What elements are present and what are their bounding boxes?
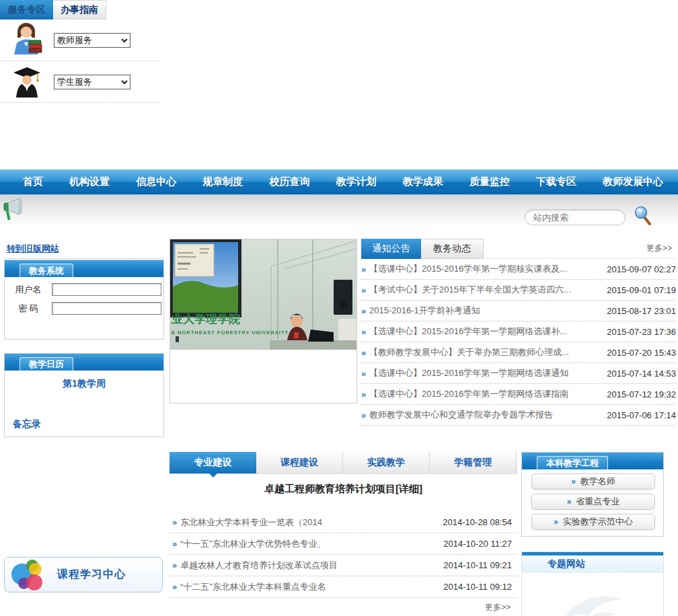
teacher-service-select[interactable]: 教师服务 [54, 33, 130, 48]
notice-date: 2015-07-20 15:43 [601, 348, 676, 358]
notice-row[interactable]: » 【选课中心】2015-2016学年第一学期网络选课指南 2015-07-12… [361, 384, 676, 405]
nav-item[interactable]: 教师发展中心 [603, 176, 663, 188]
teacher-icon [11, 21, 43, 60]
current-week-label: 第1教学周 [5, 378, 163, 390]
notice-row[interactable]: » 【教师教学发展中心】关于举办第三期教师心理成... 2015-07-20 1… [361, 342, 676, 363]
featured-headline[interactable]: 卓越工程师教育培养计划项目[详细] [170, 483, 517, 496]
tab-course-construction[interactable]: 课程建设 [256, 452, 343, 473]
service-tabs: 服务专区 办事指南 [0, 0, 160, 20]
notices-list: » 【选课中心】2015-2016学年第一学期核实课表及... 2015-09-… [361, 259, 676, 426]
student-service-select[interactable]: 学生服务 [54, 75, 130, 89]
nav-item[interactable]: 信息中心 [136, 176, 176, 188]
section-row[interactable]: » 卓越农林人才教育培养计划改革试点项目 2014-10-11 09:21 [170, 555, 517, 576]
course-center-logo-icon [11, 560, 46, 590]
calendar-panel: 教学日历 第1教学周 备忘录 [4, 353, 164, 437]
arrow-bullet-icon: » [172, 560, 180, 570]
section-title[interactable]: “十二五”东北林业大学本科重点专业名 [180, 581, 438, 593]
password-field[interactable] [52, 302, 161, 315]
arrow-bullet-icon: » [172, 582, 180, 592]
nav-item[interactable]: 校历查询 [269, 176, 309, 188]
tab-student-records[interactable]: 学籍管理 [430, 452, 517, 473]
double-arrow-icon: » [554, 517, 558, 527]
notice-title[interactable]: 教师教学发展中心和交通学院举办专题学术报告 [369, 409, 601, 421]
special-sites-body [522, 573, 663, 616]
double-arrow-icon: » [567, 497, 572, 506]
nav-item[interactable]: 下载专区 [536, 176, 576, 188]
old-site-link-box: 转到旧版网站 [4, 239, 164, 259]
tab-service-zone[interactable]: 服务专区 [0, 0, 53, 20]
section-row[interactable]: » “十二五”东北林业大学本科重点专业名 2014-10-11 09:12 [170, 576, 517, 598]
memo-link[interactable]: 备忘录 [5, 418, 163, 430]
teaching-project-panel: 本科教学工程 » 教学名师 » 省重点专业 » 实验教学示范中心 [521, 452, 664, 537]
notices-panel: 通知公告 教务动态 更多>> » 【选课中心】2015-2016学年第一学期核实… [361, 239, 676, 426]
login-panel: 教务系统 用户名 密 码 [4, 260, 164, 340]
page: 首页 机构设置 信息中心 规章制度 校历查询 教学计划 教学成果 质量监控 下载… [0, 0, 678, 616]
section-date: 2014-10-11 09:12 [438, 582, 517, 592]
project-button[interactable]: » 实验教学示范中心 [531, 514, 655, 530]
arrow-bullet-icon: » [361, 306, 369, 316]
project-button[interactable]: » 省重点专业 [531, 494, 655, 510]
classroom-photo: 业大学理学院 E NORTHEAST FORESTRY UNIVERSITY [170, 239, 357, 403]
nav-item[interactable]: 教学成果 [403, 176, 443, 188]
notice-title[interactable]: 【教师教学发展中心】关于举办第三期教师心理成... [369, 346, 601, 358]
nav-item[interactable]: 首页 [23, 176, 43, 188]
notice-row[interactable]: » 【选课中心】2015-2016学年第一学期网络选课通知 2015-07-14… [361, 363, 676, 384]
section-title[interactable]: 卓越农林人才教育培养计划改革试点项目 [180, 560, 438, 572]
notice-title[interactable]: 2015-2016-1开学前补考通知 [369, 305, 601, 317]
project-button[interactable]: » 教学名师 [531, 473, 655, 490]
arrow-bullet-icon: » [361, 410, 369, 420]
notice-title[interactable]: 【考试中心】关于2015年下半年全国大学英语四六... [369, 284, 601, 296]
megaphone-icon [2, 196, 25, 226]
notice-title[interactable]: 【选课中心】2015-2016学年第一学期网络选课补... [369, 325, 601, 338]
search-input[interactable] [525, 209, 626, 225]
tab-notice-announcements[interactable]: 通知公告 [361, 239, 421, 259]
tab-practice-teaching[interactable]: 实践教学 [343, 452, 430, 473]
notice-row[interactable]: » 教师教学发展中心和交通学院举办专题学术报告 2015-07-06 17:14 [361, 405, 676, 426]
section-title[interactable]: “十一五”东北林业大学优势特色专业、 [180, 538, 438, 550]
construction-sections-panel: 专业建设 课程建设 实践教学 学籍管理 卓越工程师教育培养计划项目[详细] » … [170, 452, 517, 613]
nav-item[interactable]: 质量监控 [469, 176, 510, 188]
sections-list: » 东北林业大学本科专业一览表（2014 2014-10-28 08:54 » … [170, 512, 517, 598]
tab-academic-news[interactable]: 教务动态 [421, 239, 484, 259]
username-label: 用户名 [5, 284, 52, 296]
service-panel: 服务专区 办事指南 教师服务 [0, 0, 160, 105]
notice-date: 2015-09-07 02:27 [601, 264, 676, 274]
course-center-label: 课程学习中心 [57, 568, 126, 582]
notices-tabbar: 通知公告 教务动态 更多>> [361, 239, 676, 259]
notice-row[interactable]: » 【选课中心】2015-2016学年第一学期网络选课补... 2015-07-… [361, 321, 676, 342]
section-title[interactable]: 东北林业大学本科专业一览表（2014 [180, 516, 437, 529]
nav-item[interactable]: 教学计划 [336, 176, 377, 188]
svg-text:业大学理学院: 业大学理学院 [171, 313, 241, 325]
special-sites-panel: 专题网站 [521, 551, 664, 616]
notice-title[interactable]: 【选课中心】2015-2016学年第一学期网络选课指南 [369, 388, 601, 400]
notice-title[interactable]: 【选课中心】2015-2016学年第一学期网络选课通知 [369, 367, 601, 379]
notice-row[interactable]: » 2015-2016-1开学前补考通知 2015-08-17 23:01 [361, 301, 676, 321]
nav-item[interactable]: 规章制度 [202, 176, 243, 188]
notice-title[interactable]: 【选课中心】2015-2016学年第一学期核实课表及... [369, 263, 601, 275]
course-learning-center-button[interactable]: 课程学习中心 [4, 557, 163, 592]
notice-row[interactable]: » 【考试中心】关于2015年下半年全国大学英语四六... 2015-09-01… [361, 280, 676, 301]
arrow-bullet-icon: » [361, 327, 369, 337]
nav-item[interactable]: 机构设置 [69, 176, 110, 188]
notice-row[interactable]: » 【选课中心】2015-2016学年第一学期核实课表及... 2015-09-… [361, 259, 676, 280]
special-sites-title: 专题网站 [548, 558, 585, 570]
arrow-bullet-icon: » [361, 285, 369, 295]
old-site-link[interactable]: 转到旧版网站 [7, 243, 59, 254]
calendar-panel-title: 教学日历 [20, 357, 73, 371]
tab-service-guide[interactable]: 办事指南 [53, 0, 106, 20]
tab-major-construction[interactable]: 专业建设 [170, 452, 256, 473]
section-row[interactable]: » 东北林业大学本科专业一览表（2014 2014-10-28 08:54 [170, 512, 517, 533]
svg-text:E NORTHEAST FORESTRY UNIVER: E NORTHEAST FORESTRY UNIVERSITY [172, 330, 289, 336]
notice-date: 2015-07-23 17:36 [601, 327, 676, 337]
special-sites-header: 专题网站 [522, 555, 663, 573]
teaching-project-buttons: » 教学名师 » 省重点专业 » 实验教学示范中心 [522, 473, 663, 530]
watermark-logo-icon [552, 585, 633, 616]
login-panel-title: 教务系统 [20, 264, 73, 277]
section-row[interactable]: » “十一五”东北林业大学优势特色专业、 2014-10-20 11:27 [170, 533, 517, 555]
sections-more-link[interactable]: 更多>> [170, 598, 517, 613]
section-date: 2014-10-20 11:27 [438, 539, 517, 549]
search-icon[interactable] [634, 206, 652, 229]
top-navigation: 首页 机构设置 信息中心 规章制度 校历查询 教学计划 教学成果 质量监控 下载… [0, 169, 678, 195]
username-field[interactable] [52, 283, 161, 296]
notices-more-link[interactable]: 更多>> [646, 243, 676, 254]
